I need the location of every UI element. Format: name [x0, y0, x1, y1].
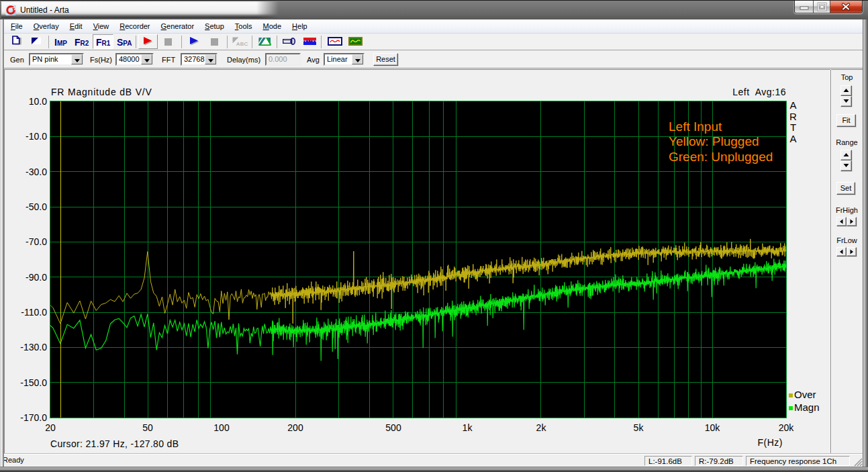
svg-text:ABC: ABC — [236, 41, 248, 47]
